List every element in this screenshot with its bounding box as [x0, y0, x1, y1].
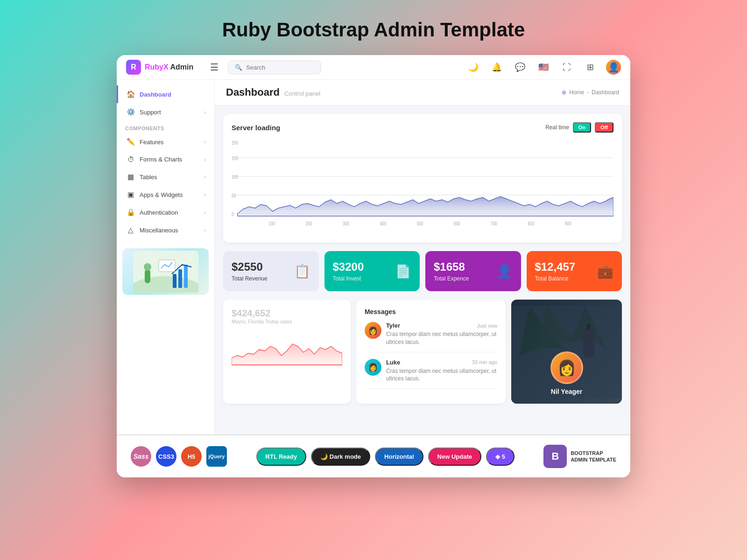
sidebar-label-forms-charts: Forms & Charts	[140, 156, 182, 163]
stat-icon-balance: 💼	[597, 264, 613, 279]
logo-icon: R	[126, 60, 141, 75]
svg-text:0: 0	[232, 212, 234, 217]
nav-icons: 🌙 🔔 💬 🇺🇸 ⛶ ⊞ 👤	[466, 60, 621, 75]
content-title: Dashboard	[226, 86, 280, 98]
logo-text: RubyX Admin	[145, 63, 193, 71]
stat-card-expense: $1658 Total Expence 👤	[425, 251, 521, 291]
sidebar-section-components: Components	[117, 121, 214, 133]
horizontal-pill[interactable]: Horizontal	[375, 448, 423, 466]
chevron-icon-4: ›	[204, 174, 206, 180]
page-title: Ruby Bootstrap Admin Template	[9, 9, 738, 55]
msg-content-luke: Luke 33 min ago Cras tempor diam nec met…	[386, 359, 497, 383]
dark-card-name: Nil Yeager	[550, 388, 583, 395]
svg-text:900: 900	[565, 221, 571, 226]
support-icon: ⚙️	[127, 108, 135, 116]
user-avatar[interactable]: 👤	[606, 60, 621, 75]
sidebar-item-forms-charts[interactable]: ⏱ Forms & Charts ›	[117, 151, 214, 168]
expand-icon[interactable]: ⛶	[559, 60, 574, 75]
sidebar-item-apps-widgets[interactable]: ▣ Apps & Widgets ›	[117, 186, 214, 203]
mini-chart-label: Miami, Florida Today sales	[232, 319, 342, 324]
rtl-ready-pill[interactable]: RTL Ready	[256, 448, 307, 466]
notifications-icon[interactable]: 🔔	[489, 60, 504, 75]
content-subtitle: Control panel	[284, 90, 320, 97]
bootstrap-logo: B BOOTSTRAPADMIN TEMPLATE	[543, 445, 616, 468]
content-header-left: Dashboard Control panel	[226, 86, 320, 98]
svg-rect-27	[583, 328, 594, 357]
svg-rect-2	[145, 269, 150, 283]
stat-label-revenue: Total Revenue	[232, 275, 268, 282]
auth-icon: 🔒	[127, 208, 135, 217]
toggle-on-button[interactable]: On	[573, 122, 591, 133]
mini-area-chart	[232, 330, 342, 367]
chevron-icon-3: ›	[204, 157, 206, 162]
chevron-icon: ›	[204, 109, 206, 115]
sidebar-item-features[interactable]: ✏️ Features ›	[117, 133, 214, 151]
sidebar-item-authentication[interactable]: 🔒 Authentication ›	[117, 203, 214, 221]
svg-text:200: 200	[306, 221, 312, 226]
server-loading-card: Server loading Real time On Off 0	[223, 114, 622, 243]
tech-logos: Sass CSS3 H5 jQuery	[131, 446, 227, 467]
logo-area: R RubyX Admin	[126, 60, 201, 75]
msg-time-luke: 33 min ago	[472, 359, 497, 365]
sidebar-item-tables[interactable]: ▦ Tables ›	[117, 168, 214, 186]
svg-text:100: 100	[232, 175, 238, 180]
dark-profile-card: 👩 Nil Yeager	[511, 300, 622, 404]
dark-card-person: 👩 Nil Yeager	[550, 351, 583, 395]
msg-avatar-tyler: 👩	[365, 322, 381, 339]
breadcrumb-home: Home	[569, 89, 584, 96]
grid-icon[interactable]: ⊞	[583, 60, 598, 75]
sidebar-item-dashboard[interactable]: 🏠 Dashboard	[117, 85, 214, 103]
realtime-label: Real time	[545, 124, 569, 131]
sidebar: 🏠 Dashboard ⚙️ Support › Components ✏️ F…	[117, 80, 215, 434]
breadcrumb: ⊕ Home - Dashboard	[562, 89, 619, 96]
jquery-logo: jQuery	[206, 446, 227, 467]
features-icon: ✏️	[127, 138, 135, 146]
svg-rect-4	[173, 274, 176, 288]
promo-image	[122, 248, 209, 295]
dark-mode-icon[interactable]: 🌙	[466, 60, 481, 75]
flag-icon[interactable]: 🇺🇸	[536, 60, 551, 75]
dark-mode-pill[interactable]: 🌙 Dark mode	[311, 448, 370, 466]
sidebar-item-support[interactable]: ⚙️ Support ›	[117, 103, 214, 121]
chart-header: Server loading Real time On Off	[232, 122, 613, 133]
messages-icon[interactable]: 💬	[513, 60, 528, 75]
svg-point-3	[144, 263, 151, 271]
bootstrap-text: BOOTSTRAPADMIN TEMPLATE	[571, 450, 616, 463]
top-nav: R RubyX Admin ☰ 🔍 🌙 🔔 💬 🇺🇸 ⛶ ⊞ 👤	[117, 55, 630, 80]
msg-time-tyler: Just now	[477, 323, 497, 329]
hamburger-button[interactable]: ☰	[208, 60, 220, 75]
stat-amount-invest: $3200	[333, 260, 364, 273]
realtime-controls: Real time On Off	[545, 122, 613, 133]
svg-text:50: 50	[232, 193, 236, 198]
sidebar-item-misc[interactable]: △ Miscellaneous ›	[117, 221, 214, 239]
stat-card-balance: $12,457 Total Balance 💼	[527, 251, 622, 291]
breadcrumb-separator: -	[587, 89, 589, 96]
svg-text:300: 300	[343, 221, 349, 226]
feature-pills: RTL Ready 🌙 Dark mode Horizontal New Upd…	[256, 448, 514, 466]
search-input[interactable]	[246, 64, 314, 71]
sidebar-label-tables: Tables	[140, 174, 157, 181]
search-icon: 🔍	[235, 64, 242, 71]
dashboard-icon: 🏠	[127, 90, 135, 98]
stat-amount-expense: $1658	[434, 260, 469, 273]
sidebar-label-misc: Miscellaneous	[140, 227, 178, 234]
svg-text:800: 800	[528, 221, 534, 226]
apps-widgets-icon: ▣	[127, 190, 135, 199]
version-pill[interactable]: ◈ 5	[486, 448, 514, 466]
misc-icon: △	[127, 226, 135, 234]
bootstrap-icon: B	[543, 445, 567, 468]
chevron-icon-5: ›	[204, 192, 206, 197]
messages-title: Messages	[365, 308, 497, 315]
svg-text:600: 600	[454, 221, 460, 226]
message-item-1: 👩 Luke 33 min ago Cras tempor diam nec m…	[365, 359, 497, 389]
bottom-row: $424,652 Miami, Florida Today sales	[215, 300, 630, 412]
chart-title: Server loading	[232, 124, 280, 132]
sidebar-label-dashboard: Dashboard	[140, 91, 171, 98]
new-update-pill[interactable]: New Update	[428, 448, 481, 466]
search-bar: 🔍	[228, 61, 321, 74]
content-area: Dashboard Control panel ⊕ Home - Dashboa…	[215, 80, 630, 434]
toggle-off-button[interactable]: Off	[595, 122, 613, 133]
stat-amount-revenue: $2550	[232, 260, 268, 273]
tables-icon: ▦	[127, 173, 135, 181]
css3-logo: CSS3	[156, 446, 176, 467]
